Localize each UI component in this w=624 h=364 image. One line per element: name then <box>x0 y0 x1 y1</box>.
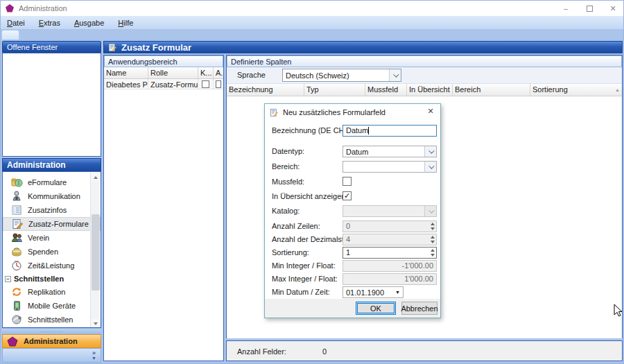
sidebar-item-zeit-leistung[interactable]: Zeit&Leistung <box>3 259 101 272</box>
datentyp-combobox[interactable]: Datum <box>343 146 437 157</box>
sidebar-item-zusatz-formulare[interactable]: Zusatz-Formulare <box>3 217 101 231</box>
table-row[interactable]: Dieabetes Prot... Zusatz-Formul... <box>104 79 223 89</box>
spin-up-icon <box>431 223 435 225</box>
sortierung-spin-arrows[interactable] <box>431 249 435 257</box>
column-header-sortierung[interactable]: Sortierung ▲ <box>530 84 622 96</box>
min-datum-dropdown[interactable]: 01.01.1900 ▼ <box>343 286 404 298</box>
sidebar-item-eformulare[interactable]: eFormulare <box>3 175 101 189</box>
column-header-mussfeld[interactable]: Mussfeld <box>365 84 407 96</box>
spenden-icon <box>11 246 23 257</box>
column-header-rolle[interactable]: Rolle <box>148 67 198 78</box>
column-header-bereich[interactable]: Bereich <box>453 84 530 96</box>
mouse-cursor <box>614 304 623 318</box>
dialog-title-icon <box>270 108 279 117</box>
sidebar-item-kommunikation[interactable]: Kommunikation <box>3 189 101 203</box>
sidebar-item-schnittstellen[interactable]: Schnittstellen <box>3 313 101 327</box>
uebersicht-checkbox[interactable]: ✓ <box>343 191 352 200</box>
close-button[interactable]: ✕ <box>601 1 624 16</box>
bereich-combobox[interactable] <box>343 161 437 173</box>
sprache-value: Deutsch (Schweiz) <box>283 71 389 80</box>
anwendungsbereich-title: Anwendungsbereich <box>108 58 177 66</box>
chevrons-right-icon: » <box>92 350 96 356</box>
sprache-label: Sprache <box>237 71 266 79</box>
column-header-name[interactable]: Name <box>104 67 148 78</box>
sidebar-item-verein[interactable]: Verein <box>3 231 101 245</box>
row-k-cell <box>198 79 214 89</box>
scroll-down-button[interactable] <box>91 319 101 328</box>
schnittstellen-icon <box>11 314 23 325</box>
sidebar-footer-label: Administration <box>24 337 78 345</box>
dialog-body: Bezeichnung (DE CH) Datum Datentyp: Datu… <box>265 121 440 300</box>
min-datum-label: Min Datum / Zeit: <box>272 288 330 296</box>
sidebar-footer-administration[interactable]: Administration <box>2 334 101 348</box>
expand-panel-button[interactable]: » ▼ <box>92 350 96 361</box>
bezeichnung-label: Bezeichnung (DE CH) <box>272 126 347 135</box>
sidebar-item-spenden[interactable]: Spenden <box>3 245 101 259</box>
ok-button[interactable]: OK <box>356 302 396 315</box>
anzahl-felder-panel: Anzahl Felder: 0 <box>226 340 623 361</box>
menu-ausgabe[interactable]: Ausgabe <box>72 18 106 28</box>
minimize-button[interactable]: – <box>554 1 578 16</box>
sprache-combobox[interactable]: Deutsch (Schweiz) <box>282 69 401 82</box>
column-header-a[interactable]: A... <box>214 67 223 78</box>
menu-datei[interactable]: Datei <box>5 18 27 28</box>
administration-logo-icon <box>7 336 18 347</box>
sidebar-item-zusatzinfos[interactable]: Zusatzinfos <box>3 203 101 217</box>
max-integer-input-disabled: 1'000.00 <box>343 273 437 285</box>
verein-icon <box>11 232 23 243</box>
sidebar-item-label: Spenden <box>28 248 58 256</box>
sprache-row: Sprache Deutsch (Schweiz) <box>227 67 622 84</box>
sidebar-bottom-strip: » ▼ <box>2 348 101 363</box>
scroll-thumb[interactable] <box>92 214 100 291</box>
datentyp-dropdown-button[interactable] <box>424 146 436 157</box>
katalog-combobox-disabled <box>343 205 437 217</box>
sprache-dropdown-button[interactable] <box>389 69 401 81</box>
datentyp-value: Datum <box>343 148 424 156</box>
menu-bar: Datei Extras Ausgabe Hilfe <box>1 16 624 30</box>
menu-hilfe[interactable]: Hilfe <box>116 18 135 28</box>
sidebar-item-label: Kommunikation <box>28 192 80 200</box>
collapse-minus-icon[interactable]: − <box>5 276 11 282</box>
dialog-close-button[interactable]: ✕ <box>425 107 436 116</box>
open-windows-list[interactable] <box>2 53 101 157</box>
column-header-bezeichnung[interactable]: Bezeichnung <box>227 84 304 96</box>
sortierung-spinner[interactable]: 1 <box>343 247 437 259</box>
maximize-button[interactable] <box>578 1 601 16</box>
column-header-k[interactable]: K... <box>198 67 214 78</box>
anwendungsbereich-panel: Anwendungsbereich Name Rolle K... A... D… <box>103 55 224 361</box>
dezimalstellen-value: 4 <box>346 235 350 243</box>
datentyp-row: Datentyp: Datum <box>272 146 437 157</box>
bezeichnung-input[interactable]: Datum <box>343 125 437 137</box>
a-checkbox[interactable] <box>216 80 221 88</box>
splitter-dots-icon: ·········· <box>40 329 63 334</box>
cancel-button[interactable]: Abbrechen <box>401 302 437 315</box>
mobile-geraete-icon <box>11 300 23 311</box>
row-a-cell <box>214 79 223 89</box>
sidebar-scrollbar[interactable] <box>90 173 100 328</box>
kommunikation-icon <box>11 191 23 202</box>
sidebar-item-mobile-geraete[interactable]: Mobile Geräte <box>3 299 101 313</box>
dialog-title: Neu zusätzliches Formularfeld <box>283 108 385 116</box>
spalten-column-headers: Bezeichnung Typ Mussfeld In Übersicht an… <box>227 84 622 96</box>
column-header-uebersicht[interactable]: In Übersicht anz... <box>407 84 453 96</box>
k-checkbox[interactable] <box>202 80 209 88</box>
sidebar-item-label: Schnittstellen <box>28 315 73 324</box>
bereich-dropdown-button[interactable] <box>424 162 436 172</box>
zeit-leistung-icon <box>11 260 23 271</box>
zusatzinfos-icon <box>11 205 23 216</box>
dialog-footer: OK Abbrechen <box>265 299 440 318</box>
sidebar-splitter[interactable]: ·········· <box>2 328 101 334</box>
bereich-label: Bereich: <box>272 162 300 171</box>
close-icon: ✕ <box>609 4 616 13</box>
window-controls: – ✕ <box>554 1 624 16</box>
mussfeld-checkbox[interactable] <box>343 177 352 186</box>
scroll-up-button[interactable] <box>91 173 101 182</box>
sidebar-section-schnittstellen[interactable]: − Schnittstellen <box>3 272 101 285</box>
sidebar-item-replikation[interactable]: Replikation <box>3 285 101 299</box>
anzahl-felder-value: 0 <box>322 347 327 356</box>
column-header-typ[interactable]: Typ <box>304 84 365 96</box>
sortierung-row: Sortierung: 1 <box>272 247 437 259</box>
sort-ascending-icon: ▲ <box>615 87 620 92</box>
spin-up-icon <box>431 249 435 252</box>
menu-extras[interactable]: Extras <box>37 18 62 28</box>
